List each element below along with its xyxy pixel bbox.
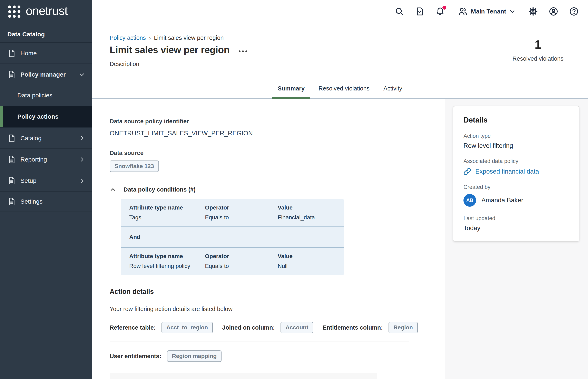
- joined-on-chip[interactable]: Account: [280, 322, 313, 333]
- condition-col-operator: Operator: [205, 205, 278, 211]
- condition-attribute: Tags: [129, 214, 205, 221]
- last-updated-value: Today: [464, 224, 569, 232]
- sidebar: onetrust Data Catalog Home Policy manage…: [0, 0, 92, 379]
- avatar: AB: [464, 194, 476, 207]
- page-title: Limit sales view per region: [110, 44, 230, 55]
- tab-resolved-violations[interactable]: Resolved violations: [313, 79, 375, 98]
- notification-dot: [442, 6, 446, 10]
- tenant-switcher[interactable]: Main Tenant: [458, 7, 515, 16]
- document-check-icon[interactable]: [415, 6, 425, 16]
- conditions-panel: Attribute type name Operator Value Tags …: [121, 199, 344, 275]
- sidebar-item-reporting[interactable]: Reporting: [0, 148, 92, 170]
- details-title: Details: [464, 116, 569, 124]
- condition-value: Financial_data: [278, 214, 344, 221]
- condition-col-value: Value: [278, 205, 344, 211]
- document-icon: [7, 70, 16, 79]
- app-name: Data Catalog: [0, 23, 92, 42]
- tab-bar: Summary Resolved violations Activity: [92, 79, 588, 99]
- divider: [110, 341, 409, 341]
- reference-table-chip[interactable]: Acct_to_region: [161, 322, 213, 333]
- sidebar-item-settings[interactable]: Settings: [0, 191, 92, 212]
- sidebar-item-policy-manager[interactable]: Policy manager: [0, 63, 92, 85]
- main-area: Main Tenant Policy actions › Limit sales…: [92, 0, 588, 379]
- brand-logo[interactable]: onetrust: [0, 0, 92, 23]
- condition-col-attribute: Attribute type name: [129, 205, 205, 211]
- sidebar-item-data-policies[interactable]: Data policies: [0, 85, 92, 106]
- chevron-down-icon: [79, 71, 85, 78]
- action-details-title: Action details: [110, 288, 445, 296]
- link-icon: [464, 168, 471, 175]
- breadcrumb-policy-actions-link[interactable]: Policy actions: [110, 34, 146, 41]
- condition-connector: And: [121, 227, 344, 247]
- gear-icon[interactable]: [528, 6, 538, 16]
- sidebar-item-label: Home: [20, 50, 37, 57]
- associated-policy-link[interactable]: Exposed financial data: [464, 168, 569, 175]
- action-type-label: Action type: [464, 133, 569, 139]
- document-icon: [7, 176, 16, 185]
- action-type-value: Row level filtering: [464, 142, 569, 149]
- document-icon: [7, 155, 16, 164]
- sidebar-item-label: Settings: [20, 198, 43, 205]
- associated-policy-label: Associated data policy: [464, 158, 569, 164]
- sidebar-item-label: Data policies: [17, 92, 52, 99]
- stat-label: Resolved violations: [506, 55, 570, 62]
- document-icon: [7, 197, 16, 206]
- condition-col-attribute: Attribute type name: [129, 253, 205, 260]
- app-grid-icon: [8, 5, 20, 18]
- sidebar-item-home[interactable]: Home: [0, 42, 92, 63]
- sidebar-item-catalog[interactable]: Catalog: [0, 127, 92, 148]
- chevron-right-icon: [79, 135, 85, 141]
- tab-activity[interactable]: Activity: [378, 79, 407, 98]
- breadcrumb-current: Limit sales view per region: [154, 34, 224, 41]
- last-updated-label: Last updated: [464, 215, 569, 221]
- content-body: Data source policy identifier ONETRUST_L…: [92, 99, 588, 379]
- sidebar-nav: Home Policy manager Data policies Policy…: [0, 42, 92, 212]
- identifier-value: ONETRUST_LIMIT_SALES_VIEW_PER_REGION: [110, 130, 445, 137]
- chevron-right-icon: [79, 178, 85, 184]
- identifier-label: Data source policy identifier: [110, 118, 445, 125]
- sidebar-item-label: Setup: [20, 177, 36, 184]
- details-rail: Details Action type Row level filtering …: [445, 99, 588, 379]
- sidebar-item-setup[interactable]: Setup: [0, 170, 92, 191]
- sidebar-item-label: Policy actions: [17, 113, 59, 120]
- tab-summary[interactable]: Summary: [272, 79, 310, 98]
- search-icon[interactable]: [394, 6, 404, 16]
- data-source-chip[interactable]: Snowflake 123: [110, 160, 159, 172]
- topbar: Main Tenant: [92, 0, 588, 23]
- notifications-bell-icon[interactable]: [435, 6, 445, 16]
- condition-attribute: Row level filtering policy: [129, 263, 205, 269]
- collapse-chevron-up-icon[interactable]: [110, 187, 116, 193]
- sidebar-item-label: Policy manager: [20, 71, 66, 78]
- action-details-subtitle: Your row filtering action details are li…: [110, 306, 445, 313]
- sidebar-item-label: Reporting: [20, 156, 47, 163]
- more-options-icon[interactable]: [239, 47, 247, 52]
- page-header: Policy actions › Limit sales view per re…: [92, 23, 588, 79]
- created-by-label: Created by: [464, 184, 569, 190]
- people-icon: [458, 7, 468, 16]
- entitlements-column-chip[interactable]: Region: [388, 322, 418, 333]
- document-icon: [7, 134, 16, 142]
- account-icon[interactable]: [548, 6, 558, 16]
- data-source-label: Data source: [110, 150, 445, 157]
- associated-policy-link-text: Exposed financial data: [475, 168, 539, 175]
- entitlements-table: User group Entitlements: [110, 373, 377, 379]
- sidebar-item-policy-actions[interactable]: Policy actions: [0, 106, 92, 127]
- user-entitlements-chip[interactable]: Region mapping: [167, 350, 221, 362]
- joined-on-label: Joined on column:: [222, 324, 275, 331]
- help-icon[interactable]: [569, 6, 579, 16]
- table-header-row: User group Entitlements: [110, 373, 377, 379]
- created-by-value: Amanda Baker: [481, 197, 523, 204]
- condition-operator: Equals to: [205, 214, 278, 221]
- condition-col-value: Value: [278, 253, 344, 260]
- resolved-violations-stat: 1 Resolved violations: [506, 39, 570, 62]
- user-entitlements-label: User entitlements:: [110, 353, 161, 360]
- chevron-down-icon: [509, 8, 515, 15]
- document-icon: [7, 49, 16, 58]
- tenant-label: Main Tenant: [471, 8, 506, 15]
- condition-value: Null: [278, 263, 344, 269]
- breadcrumb-separator: ›: [149, 34, 151, 41]
- reference-table-label: Reference table:: [110, 324, 156, 331]
- stat-value: 1: [506, 39, 570, 50]
- chevron-right-icon: [79, 157, 85, 162]
- conditions-title: Data policy conditions (#): [124, 186, 196, 193]
